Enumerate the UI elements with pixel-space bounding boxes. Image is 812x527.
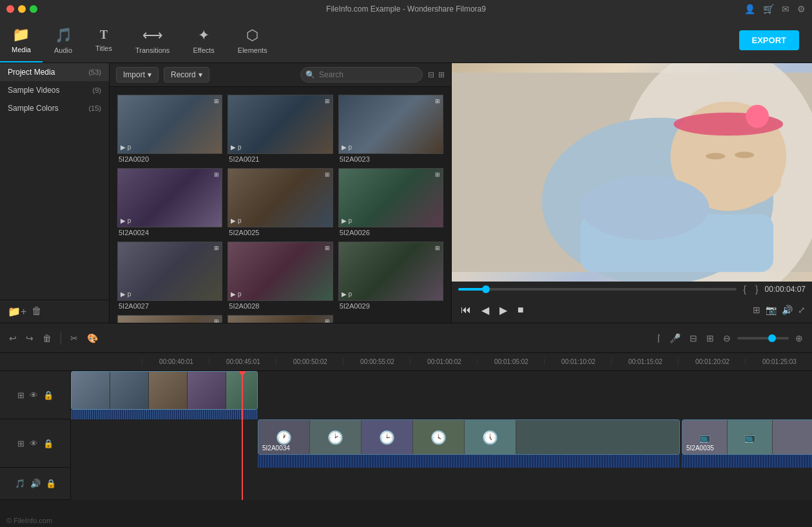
grid-icon-overlay: ⊞ (214, 245, 219, 251)
user-icon[interactable]: 👤 (744, 4, 755, 14)
list-item[interactable]: ⊞ ▶ p 5I2A0021 (225, 92, 335, 166)
list-item[interactable]: ⊞ ▶ p 5I2A0023 (336, 92, 446, 166)
toolbar-item-media[interactable]: 📁 Media (0, 18, 43, 62)
mark-in-icon[interactable]: ⌈ (655, 331, 663, 346)
play-icon: ▶ p (342, 144, 352, 151)
cut-button[interactable]: ✂ (68, 331, 81, 346)
video-clip-1[interactable] (71, 371, 258, 410)
fullscreen-icon[interactable]: ⤢ (798, 305, 806, 315)
wave-pattern3 (682, 455, 812, 468)
add-clip-icon[interactable]: ⊞ (704, 331, 717, 346)
track-lock-icon2[interactable]: 🔒 (43, 439, 53, 448)
grid-icon-overlay: ⊞ (214, 318, 219, 323)
list-item[interactable]: ⊞ ▶ p 5I2A0028 (225, 239, 335, 312)
minimize-button[interactable] (18, 5, 26, 13)
maximize-button[interactable] (30, 5, 37, 13)
list-item[interactable]: ⊞ ▶ p 5I2A0024 (115, 166, 225, 239)
stop-button[interactable]: ■ (515, 302, 527, 318)
grid-view-icon[interactable]: ⊞ (438, 70, 445, 79)
list-item[interactable]: ⊞ ▶ p 5I2A0027 (115, 239, 225, 312)
track-grid-icon[interactable]: ⊞ (17, 390, 24, 400)
window-controls[interactable] (6, 5, 37, 13)
track-eye-icon2[interactable]: 👁 (30, 439, 38, 448)
toolbar-item-elements[interactable]: ⬡ Elements (226, 18, 279, 62)
window-title: FileInfo.com Example - Wondershare Filmo… (326, 5, 486, 14)
video-name: 5I2A0028 (227, 302, 333, 310)
track-row-video1: ⊞ 👁 🔒 (0, 371, 812, 419)
list-item[interactable]: 125 ⊞ ▶ p (115, 312, 225, 323)
redo-button[interactable]: ↪ (23, 331, 36, 346)
track-controls-video2: ⊞ 👁 🔒 (0, 419, 71, 467)
video-grid: ⊞ ▶ p 5I2A0020 ⊞ ▶ p 5I2A0021 ⊞ ▶ p 5I2A… (110, 87, 451, 323)
settings-icon[interactable]: ⚙ (797, 4, 806, 14)
list-item[interactable]: ⊞ ▶ p 5I2A0026 (336, 166, 446, 239)
zoom-fit-icon[interactable]: ⊕ (793, 331, 806, 346)
color-button[interactable]: 🎨 (84, 331, 101, 346)
list-item[interactable]: ⊞ ▶ p 5I2A0025 (225, 166, 335, 239)
step-back-button[interactable]: ⏮ (458, 302, 474, 318)
track-speaker-icon[interactable]: 🔊 (30, 479, 41, 488)
record-button[interactable]: Record ▾ (164, 67, 209, 82)
video-thumbnail: ⊞ ▶ p (117, 95, 222, 154)
list-item[interactable]: ⊞ ▶ p 5I2A0029 (336, 239, 446, 312)
track-content-video1 (71, 371, 812, 419)
sidebar-item-sample-colors[interactable]: Sample Colors (15) (0, 99, 109, 117)
preview-timecode: 00:00:04:07 (765, 285, 806, 294)
video-clip-5I2A0035[interactable]: 5I2A0035 📺 📺 (682, 419, 812, 455)
filter-icon[interactable]: ⊟ (428, 70, 434, 79)
settings2-icon[interactable]: ⊞ (753, 305, 760, 315)
ripple-icon[interactable]: ⊖ (720, 331, 733, 346)
list-item[interactable]: ⊞ ▶ p (225, 312, 335, 323)
close-button[interactable] (6, 5, 14, 13)
sidebar-item-sample-videos[interactable]: Sample Videos (9) (0, 81, 109, 99)
volume-icon[interactable]: 🔊 (782, 305, 793, 315)
video-thumbnail: ⊞ ▶ p (338, 95, 443, 154)
timeline-area: 00:00:40:01 00:00:45:01 00:00:50:02 00:0… (0, 353, 812, 527)
ruler-mark: 00:01:20:02 (678, 358, 745, 365)
track-lock-icon3[interactable]: 🔒 (46, 479, 56, 488)
video-clip-5I2A0034[interactable]: 5I2A0034 🕐 🕑 🕒 🕓 🕔 (258, 419, 680, 455)
thumb-fill2 (773, 420, 812, 454)
track-music-icon[interactable]: 🎵 (15, 479, 25, 488)
grid-icon-overlay: ⊞ (435, 171, 440, 178)
track-eye-icon[interactable]: 👁 (30, 390, 38, 400)
toolbar-item-audio[interactable]: 🎵 Audio (43, 18, 84, 62)
thumb-cell (188, 372, 226, 409)
play-icon: ▶ p (231, 144, 241, 151)
toolbar-item-transitions[interactable]: ⟷ Transitions (124, 18, 181, 62)
add-folder-icon[interactable]: 📁+ (8, 305, 26, 318)
grid-icon-overlay: ⊞ (325, 171, 330, 178)
sidebar-label-sample-videos: Sample Videos (8, 86, 60, 95)
track-grid-icon2[interactable]: ⊞ (17, 439, 24, 448)
play-button[interactable]: ▶ (497, 302, 510, 319)
track-icon[interactable]: ⊟ (687, 331, 700, 346)
camera-icon[interactable]: 📷 (766, 305, 777, 315)
zoom-slider[interactable] (737, 337, 789, 340)
sidebar-item-project-media[interactable]: Project Media (53) (0, 63, 109, 81)
track-controls-video1: ⊞ 👁 🔒 (0, 371, 71, 419)
track-lock-icon[interactable]: 🔒 (43, 390, 53, 400)
import-button[interactable]: Import ▾ (116, 67, 159, 82)
play-back-button[interactable]: ◀ (479, 302, 492, 319)
mail-icon[interactable]: ✉ (782, 4, 789, 14)
export-button[interactable]: EXPORT (739, 30, 799, 50)
clock-thumb: 🕔 (465, 420, 516, 454)
preview-progress-bar[interactable] (458, 288, 737, 291)
titlebar-right-icons: 👤 🛒 ✉ ⚙ (744, 4, 806, 14)
toolbar-item-effects[interactable]: ✦ Effects (181, 18, 226, 62)
playhead-arrow (238, 371, 246, 376)
toolbar-item-titles[interactable]: T Titles (84, 18, 124, 62)
track-row-video2: ⊞ 👁 🔒 5I2A0034 🕐 🕑 🕒 🕓 🕔 (0, 419, 812, 468)
mic-icon[interactable]: 🎤 (667, 331, 683, 346)
ruler-mark: 00:01:25:03 (745, 358, 812, 365)
list-item[interactable]: ⊞ ▶ p 5I2A0020 (115, 92, 225, 166)
grid-icon-overlay: ⊞ (435, 98, 440, 104)
preview-progress-handle[interactable] (482, 285, 490, 293)
video-thumbnail: 125 ⊞ ▶ p (117, 315, 222, 323)
delete-icon[interactable]: 🗑 (32, 305, 42, 318)
undo-button[interactable]: ↩ (6, 331, 19, 346)
delete-clip-button[interactable]: 🗑 (40, 331, 54, 346)
separator (61, 332, 61, 345)
search-input[interactable] (300, 67, 423, 82)
cart-icon[interactable]: 🛒 (763, 4, 774, 14)
